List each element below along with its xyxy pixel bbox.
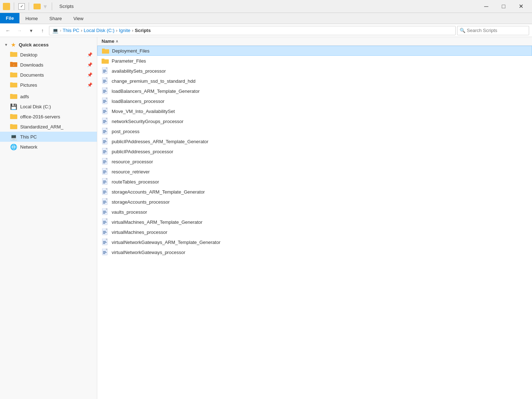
file-row[interactable]: post_process <box>97 126 532 136</box>
svg-rect-111 <box>106 218 107 220</box>
file-row[interactable]: Deployment_Files <box>97 46 532 56</box>
file-list-header[interactable]: Name ∧ <box>97 37 532 46</box>
title-bar-checkbox[interactable] <box>18 3 25 10</box>
svg-rect-106 <box>103 211 106 212</box>
svg-rect-27 <box>106 77 107 79</box>
svg-rect-58 <box>103 130 106 131</box>
sidebar-item-adfs[interactable]: adfs <box>0 91 97 101</box>
close-button[interactable]: ✕ <box>513 1 529 12</box>
svg-rect-28 <box>103 80 106 81</box>
file-row[interactable]: virtualNetworkGateways_ARM_Template_Gene… <box>97 237 532 247</box>
title-bar-separator3: ▾ <box>44 3 47 10</box>
file-row[interactable]: vaults_processor <box>97 207 532 217</box>
file-row[interactable]: virtualNetworkGateways_processor <box>97 247 532 257</box>
file-name-label: Move_VM_Into_AvailabilitySet <box>112 109 175 114</box>
file-row[interactable]: Move_VM_Into_AvailabilitySet <box>97 106 532 116</box>
sidebar-item-office[interactable]: office-2016-servers <box>0 112 97 122</box>
tab-share[interactable]: Share <box>44 13 68 24</box>
svg-rect-10 <box>10 94 13 95</box>
svg-rect-3 <box>10 62 13 63</box>
file-row[interactable]: storageAccounts_processor <box>97 197 532 207</box>
script-icon <box>102 178 109 185</box>
script-icon <box>102 67 109 74</box>
up-button[interactable]: ↑ <box>37 26 48 35</box>
sidebar-quickaccess-header[interactable]: ▼ ★ Quick access <box>0 40 97 50</box>
sidebar-item-localdisk[interactable]: 💾 Local Disk (C:) <box>0 101 97 112</box>
tab-view[interactable]: View <box>68 13 89 24</box>
maximize-button[interactable]: □ <box>495 1 512 12</box>
search-box[interactable]: 🔍 <box>457 26 529 35</box>
file-row[interactable]: Parameter_Files <box>97 56 532 66</box>
breadcrumb-thispc[interactable]: This PC <box>63 28 79 33</box>
file-row[interactable]: loadBalancers_ARM_Template_Generator <box>97 86 532 96</box>
script-icon <box>102 128 109 135</box>
svg-rect-119 <box>103 232 107 233</box>
file-row[interactable]: resource_retriever <box>97 167 532 177</box>
sidebar-item-documents[interactable]: Documents 📌 <box>0 70 97 80</box>
file-row[interactable]: resource_processor <box>97 157 532 167</box>
minimize-button[interactable]: ─ <box>478 1 495 12</box>
svg-rect-94 <box>103 191 106 191</box>
svg-rect-108 <box>103 213 105 214</box>
sidebar-item-pictures[interactable]: Pictures 📌 <box>0 80 97 90</box>
standardized-folder-icon <box>10 123 17 130</box>
title-bar-separator4: │ <box>50 3 54 10</box>
sidebar-item-desktop[interactable]: Desktop 📌 <box>0 50 97 60</box>
breadcrumb-ignite[interactable]: Ignite <box>119 28 130 33</box>
localdisk-icon: 💾 <box>10 103 17 110</box>
file-row[interactable]: virtualMachines_processor <box>97 227 532 237</box>
file-row[interactable]: virtualMachines_ARM_Template_Generator <box>97 217 532 227</box>
breadcrumb-sep3: › <box>132 28 133 33</box>
svg-rect-129 <box>106 249 107 250</box>
svg-rect-57 <box>106 128 107 129</box>
file-rows-container: Deployment_FilesParameter_Filesavailabil… <box>97 46 532 257</box>
file-name-label: availabilitySets_processor <box>112 68 166 74</box>
adfs-folder-icon <box>10 93 17 100</box>
file-name-label: vaults_processor <box>112 209 147 215</box>
tab-home[interactable]: Home <box>19 13 44 24</box>
svg-rect-6 <box>10 72 13 74</box>
file-row[interactable]: availabilitySets_processor <box>97 66 532 76</box>
svg-rect-14 <box>10 124 13 126</box>
network-icon: 🌐 <box>10 144 17 150</box>
svg-rect-125 <box>103 242 107 243</box>
search-input[interactable] <box>467 28 527 33</box>
script-icon <box>102 188 109 195</box>
file-name-label: publicIPAddresses_ARM_Template_Generator <box>112 139 209 144</box>
file-row[interactable]: storageAccounts_ARM_Template_Generator <box>97 187 532 197</box>
svg-rect-76 <box>103 160 106 161</box>
breadcrumb-localdisk[interactable]: Local Disk (C:) <box>84 28 115 33</box>
svg-rect-66 <box>103 142 105 143</box>
file-name-label: networkSecurityGroups_processor <box>112 119 183 124</box>
file-row[interactable]: loadBalancers_processor <box>97 96 532 106</box>
file-name-label: change_premium_ssd_to_standard_hdd <box>112 78 196 84</box>
pictures-pin-icon: 📌 <box>87 82 93 87</box>
file-row[interactable]: publicIPAddresses_processor <box>97 146 532 157</box>
svg-rect-36 <box>103 92 105 93</box>
file-row[interactable]: change_premium_ssd_to_standard_hdd <box>97 76 532 86</box>
recent-locations-button[interactable]: ▾ <box>26 26 36 35</box>
file-row[interactable]: routeTables_processor <box>97 177 532 187</box>
svg-rect-77 <box>103 162 107 162</box>
sort-name-button[interactable]: Name ∧ <box>102 38 528 44</box>
svg-rect-16 <box>102 49 105 50</box>
sidebar-item-downloads[interactable]: ↓ Downloads 📌 <box>0 60 97 70</box>
sidebar-item-network[interactable]: 🌐 Network <box>0 142 97 152</box>
svg-rect-71 <box>103 151 107 152</box>
script-icon <box>102 228 109 236</box>
file-name-label: resource_retriever <box>112 169 150 174</box>
script-icon <box>102 108 109 115</box>
search-icon: 🔍 <box>460 28 465 33</box>
breadcrumb[interactable]: 💻 › This PC › Local Disk (C:) › Ignite ›… <box>49 26 456 35</box>
forward-button[interactable]: → <box>14 26 24 35</box>
folder-icon <box>102 57 109 64</box>
svg-rect-132 <box>103 253 105 254</box>
sidebar-item-standardized[interactable]: Standardized_ARM_ <box>0 122 97 132</box>
back-button[interactable]: ← <box>3 26 13 35</box>
file-row[interactable]: publicIPAddresses_ARM_Template_Generator <box>97 136 532 146</box>
file-name-label: virtualNetworkGateways_processor <box>112 250 185 255</box>
file-row[interactable]: networkSecurityGroups_processor <box>97 116 532 126</box>
tab-file[interactable]: File <box>0 13 19 24</box>
sidebar-documents-label: Documents <box>20 72 84 78</box>
sidebar-item-thispc[interactable]: 💻 This PC <box>0 132 97 142</box>
